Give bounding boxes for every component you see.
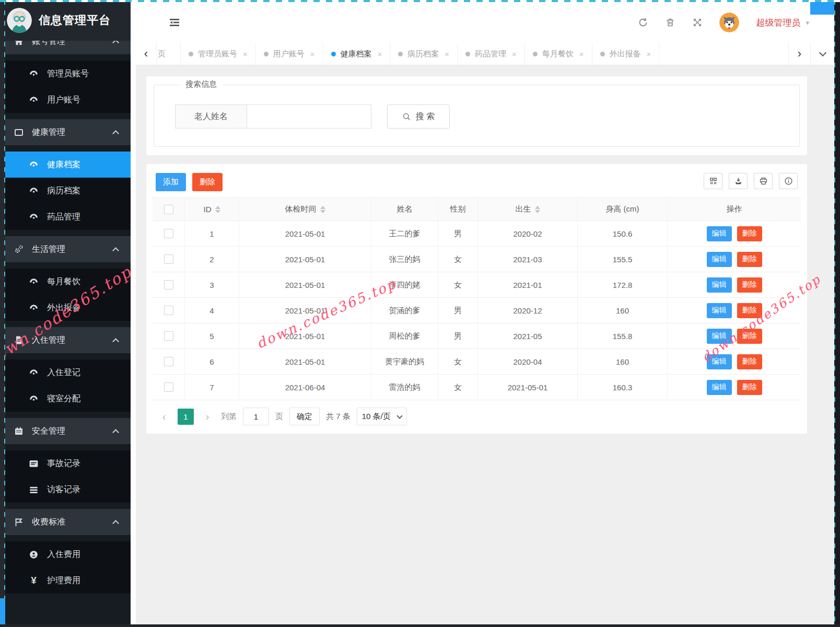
search-button[interactable]: 搜 索	[387, 104, 450, 129]
delete-button[interactable]: 删除	[192, 173, 223, 191]
sidebar-group-account[interactable]: 账号管理	[0, 41, 131, 54]
goto-page-input[interactable]	[243, 408, 269, 425]
row-edit-button[interactable]: 编辑	[707, 277, 732, 293]
page-number-button[interactable]: 1	[178, 409, 194, 425]
row-delete-button[interactable]: 删除	[737, 303, 762, 318]
tab-label: 健康档案	[341, 49, 372, 59]
sidebar-item-user-account[interactable]: 用户账号	[0, 87, 131, 113]
tab-medical-record[interactable]: 病历档案×	[390, 43, 458, 65]
tab-admin-account[interactable]: 管理员账号×	[181, 43, 256, 65]
close-icon[interactable]: ×	[512, 50, 517, 59]
tab-dot-icon	[398, 52, 403, 56]
gauge-icon	[28, 276, 39, 287]
sidebar-item-medical-record[interactable]: 病历档案	[0, 178, 131, 204]
user-dropdown-caret-icon[interactable]: ▾	[806, 19, 809, 27]
sidebar-item-checkin-fee[interactable]: 入住费用	[0, 541, 131, 567]
sidebar-item-label: 寝室分配	[47, 393, 80, 404]
tab-label: 药品管理	[475, 49, 506, 59]
sort-icon[interactable]	[215, 206, 220, 213]
row-checkbox[interactable]	[164, 254, 173, 264]
sidebar-item-health-record[interactable]: 健康档案	[0, 152, 131, 178]
row-delete-button[interactable]: 删除	[737, 380, 762, 395]
gauge-icon	[28, 303, 39, 314]
tab-home-partial[interactable]: 页	[157, 43, 181, 65]
sidebar-item-admin-account[interactable]: 管理员账号	[0, 61, 131, 87]
sidebar-item-medicine-mgmt[interactable]: 药品管理	[0, 204, 131, 230]
tab-user-account[interactable]: 用户账号×	[256, 43, 323, 65]
tab-menu-icon[interactable]	[810, 43, 834, 65]
close-icon[interactable]: ×	[647, 50, 651, 59]
refresh-icon[interactable]	[638, 17, 648, 28]
tab-label: 用户账号	[273, 49, 305, 59]
sidebar-item-outing-report[interactable]: 外出报备	[0, 295, 131, 321]
sort-icon[interactable]	[535, 206, 540, 213]
goto-suffix-label: 页	[275, 412, 283, 422]
select-all-checkbox[interactable]	[164, 205, 173, 214]
print-icon[interactable]	[754, 173, 773, 189]
table-row: 7 2021-06-04 雷浩的妈 女 2021-05-01 160.3 编辑删…	[153, 375, 801, 400]
sidebar-item-accident-record[interactable]: 事故记录	[0, 450, 131, 477]
tab-scroll-left-icon[interactable]: ‹	[136, 43, 157, 65]
next-page-icon[interactable]: ›	[200, 409, 215, 424]
sidebar-item-dorm-assign[interactable]: 寝室分配	[0, 386, 131, 412]
elder-name-field-group: 老人姓名	[175, 104, 371, 129]
row-checkbox[interactable]	[164, 331, 173, 341]
sidebar-group-checkin[interactable]: 入住管理	[0, 327, 131, 353]
export-icon[interactable]	[729, 173, 748, 189]
sidebar-item-visitor-record[interactable]: 访客记录	[0, 477, 131, 503]
close-icon[interactable]: ×	[579, 50, 584, 59]
sidebar-group-safety[interactable]: 安全管理	[0, 418, 131, 444]
fullscreen-icon[interactable]	[692, 17, 703, 28]
row-edit-button[interactable]: 编辑	[707, 380, 732, 395]
row-delete-button[interactable]: 删除	[737, 354, 762, 369]
row-checkbox[interactable]	[164, 357, 173, 366]
row-edit-button[interactable]: 编辑	[707, 252, 732, 267]
row-delete-button[interactable]: 删除	[737, 252, 762, 267]
row-delete-button[interactable]: 删除	[737, 329, 762, 344]
close-icon[interactable]: ×	[310, 50, 315, 59]
row-delete-button[interactable]: 删除	[737, 226, 762, 241]
sidebar-item-label: 护理费用	[47, 575, 80, 586]
close-icon[interactable]: ×	[243, 50, 248, 59]
tab-scroll-right-icon[interactable]: ›	[788, 43, 810, 65]
confirm-button[interactable]: 确定	[289, 408, 320, 425]
page-size-select[interactable]: 10 条/页	[357, 408, 407, 425]
sort-icon[interactable]	[320, 206, 325, 213]
elder-name-input[interactable]	[247, 104, 371, 129]
row-delete-button[interactable]: 删除	[737, 277, 762, 293]
tab-medicine-mgmt[interactable]: 药品管理×	[458, 43, 525, 65]
sidebar-item-label: 事故记录	[47, 458, 80, 469]
close-icon[interactable]: ×	[378, 50, 382, 59]
row-edit-button[interactable]: 编辑	[707, 226, 732, 241]
sidebar-group-life[interactable]: 生活管理	[0, 236, 131, 262]
row-edit-button[interactable]: 编辑	[707, 354, 732, 369]
sidebar-group-health[interactable]: 健康管理	[0, 119, 131, 145]
tab-monthly-meals[interactable]: 每月餐饮×	[525, 43, 592, 65]
sidebar-item-label: 每月餐饮	[47, 276, 80, 287]
tab-outing-report[interactable]: 外出报备×	[592, 43, 660, 65]
sidebar-item-checkin-register[interactable]: 入住登记	[0, 359, 131, 386]
page-size-label: 10 条/页	[362, 412, 391, 422]
user-role-label[interactable]: 超级管理员	[756, 17, 800, 29]
capture-artifact-bottom-left	[0, 598, 5, 624]
sidebar-item-monthly-meals[interactable]: 每月餐饮	[0, 269, 131, 295]
trash-icon[interactable]	[665, 17, 675, 28]
row-edit-button[interactable]: 编辑	[707, 329, 732, 344]
row-checkbox[interactable]	[164, 280, 173, 289]
sidebar-item-nursing-fee[interactable]: ¥ 护理费用	[0, 567, 131, 594]
sidebar-item-label: 入住登记	[47, 367, 80, 378]
row-checkbox[interactable]	[164, 229, 173, 238]
tab-health-record[interactable]: 健康档案×	[323, 43, 391, 65]
row-checkbox[interactable]	[164, 306, 173, 315]
columns-icon[interactable]	[704, 173, 722, 189]
prev-page-icon[interactable]: ‹	[157, 409, 171, 424]
user-avatar[interactable]	[719, 13, 739, 32]
sidebar-group-fees[interactable]: 收费标准	[0, 509, 131, 535]
collapse-menu-icon[interactable]	[168, 16, 181, 29]
row-checkbox[interactable]	[164, 382, 173, 392]
info-icon[interactable]	[779, 173, 798, 189]
table-toolbar: 添加 删除	[156, 173, 798, 191]
row-edit-button[interactable]: 编辑	[707, 303, 732, 318]
close-icon[interactable]: ×	[445, 50, 449, 59]
add-button[interactable]: 添加	[156, 173, 186, 191]
